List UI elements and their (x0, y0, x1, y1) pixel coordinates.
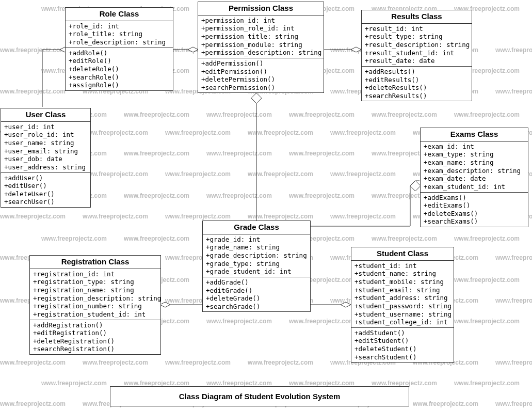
class-grade-title: Grade Class (203, 221, 310, 234)
class-permission-attrs: +permission_id: int+permission_role_id: … (198, 15, 324, 58)
class-role-title: Role Class (66, 8, 173, 21)
svg-marker-15 (410, 181, 421, 191)
class-user-attrs: +user_id: int+user_role_id: int+user_nam… (1, 122, 90, 172)
class-user-title: User Class (1, 108, 90, 122)
class-registration-ops: +addRegistration()+editRegistration()+de… (30, 320, 160, 355)
class-exams-title: Exams Class (421, 128, 528, 141)
class-student-attrs: +student_id: int+student_name: string+st… (351, 261, 454, 327)
class-student-title: Student Class (351, 247, 454, 261)
class-exams-ops: +addExams()+editExams()+deleteExams()+se… (421, 192, 528, 227)
svg-marker-12 (341, 302, 351, 307)
class-permission-ops: +addPermission()+editPermission()+delete… (198, 58, 324, 93)
class-results-title: Results Class (362, 10, 472, 24)
class-registration: Registration Class +registration_id: int… (29, 255, 161, 355)
svg-marker-10 (160, 302, 170, 307)
class-grade-attrs: +grade_id: int+grade_name: string+grade_… (203, 234, 310, 277)
class-permission: Permission Class +permission_id: int+per… (198, 2, 324, 93)
svg-marker-6 (351, 47, 361, 52)
class-student: Student Class +student_id: int+student_n… (351, 247, 454, 363)
class-role-ops: +addRole()+editRole()+deleteRole()+searc… (66, 48, 173, 90)
class-grade-ops: +addGrade()+editGrade()+deleteGrade()+se… (203, 277, 310, 312)
class-permission-title: Permission Class (198, 2, 324, 15)
class-user-ops: +addUser()+editUser()+deleteUser()+searc… (1, 172, 90, 208)
class-student-ops: +addStudent()+editStudent()+deleteStuden… (351, 327, 454, 363)
class-registration-attrs: +registration_id: int+registration_type:… (30, 269, 160, 320)
svg-marker-4 (188, 47, 198, 52)
class-user: User Class +user_id: int+user_role_id: i… (1, 108, 91, 208)
class-results: Results Class +result_id: int+result_typ… (361, 10, 472, 101)
class-grade: Grade Class +grade_id: int+grade_name: s… (202, 221, 311, 312)
svg-marker-7 (251, 93, 262, 103)
class-role: Role Class +role_id: int+role_title: str… (65, 7, 173, 91)
class-results-ops: +addResults()+editResults()+deleteResult… (362, 66, 472, 101)
diagram-caption: Class Diagram of Student Evolution Syste… (110, 386, 409, 406)
class-results-attrs: +result_id: int+result_type: string+resu… (362, 24, 472, 66)
class-role-attrs: +role_id: int+role_title: string+role_de… (66, 21, 173, 48)
class-registration-title: Registration Class (30, 256, 160, 269)
class-exams-attrs: +exam_id: int+exam_type: string+exam_nam… (421, 141, 528, 192)
class-exams: Exams Class +exam_id: int+exam_type: str… (420, 128, 528, 227)
